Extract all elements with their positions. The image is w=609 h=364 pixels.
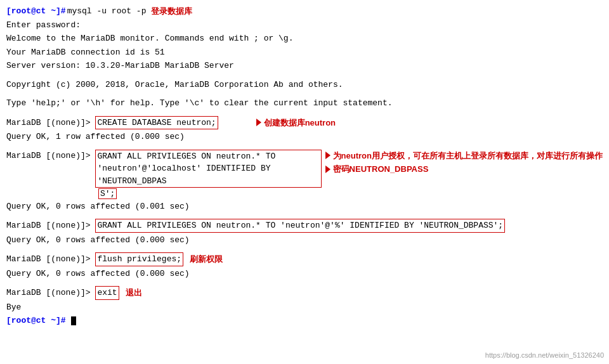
line-server-version: Server version: 10.3.20-MariaDB MariaDB … (6, 60, 603, 72)
annotation-exit: 退出 (126, 287, 142, 299)
line-query-ok-3: Query OK, 0 rows affected (0.000 sec) (6, 234, 603, 247)
cmd-grant-localhost: GRANT ALL PRIVILEGES ON neutron.* TO 'ne… (95, 150, 321, 188)
watermark: https://blog.csdn.net/weixin_51326240 (485, 350, 604, 361)
line-query-ok-1: Query OK, 1 row affected (0.000 sec) (6, 131, 603, 143)
prompt-exit: MariaDB [(none)]> (6, 287, 95, 299)
line-create-db: MariaDB [(none)]> CREATE DATABASE neutro… (6, 116, 603, 130)
line-mysql-login: [root@ct ~]# mysql -u root -p 登录数据库 (6, 5, 603, 18)
line-help: Type 'help;' or '\h' for help. Type '\c'… (6, 97, 603, 110)
line-query-ok-2: Query OK, 0 rows affected (0.001 sec) (6, 200, 603, 213)
cmd-flush: flush privileges; (95, 252, 183, 266)
arrow-grant-1 (325, 152, 331, 159)
line-welcome: Welcome to the MariaDB monitor. Commands… (6, 32, 603, 45)
annotation-grant-1: 为neutron用户授权，可在所有主机上登录所有数据库，对库进行所有操作 (333, 150, 603, 162)
line-flush: MariaDB [(none)]> flush privileges; 刷新权限 (6, 252, 603, 266)
annotation-flush: 刷新权限 (190, 253, 223, 266)
line-grant-localhost: MariaDB [(none)]> GRANT ALL PRIVILEGES O… (6, 150, 603, 200)
line-bye: Bye (6, 301, 603, 314)
line-final-prompt: [root@ct ~]# (6, 315, 603, 327)
cursor (71, 316, 76, 325)
cmd-mysql: mysql -u root -p (67, 5, 147, 18)
prompt-create: MariaDB [(none)]> (6, 117, 95, 129)
cmd-create-db: CREATE DATABASE neutron; (95, 116, 218, 130)
annotation-grant-2: 密码NEUTRON_DBPASS (333, 163, 429, 176)
cmd-exit: exit (95, 286, 119, 300)
line-connection-id: Your MariaDB connection id is 51 (6, 46, 603, 59)
line-enter-password: Enter password: (6, 19, 603, 32)
arrow-create-db (256, 119, 261, 126)
line-grant-all: MariaDB [(none)]> GRANT ALL PRIVILEGES O… (6, 219, 603, 233)
prompt-flush: MariaDB [(none)]> (6, 253, 95, 266)
final-prompt-text: [root@ct ~]# (6, 316, 66, 325)
line-exit: MariaDB [(none)]> exit 退出 (6, 286, 603, 300)
cmd-grant-all: GRANT ALL PRIVILEGES ON neutron.* TO 'ne… (95, 219, 505, 233)
text-enter-password: Enter password: (6, 20, 81, 30)
prompt-1: [root@ct ~]# (6, 5, 66, 18)
line-copyright: Copyright (c) 2000, 2018, Oracle, MariaD… (6, 79, 603, 91)
cmd-grant-localhost-cont: S'; (98, 188, 117, 199)
annotation-create-db: 创建数据库neutron (264, 117, 336, 129)
arrow-grant-2 (325, 166, 331, 173)
prompt-grant-1: MariaDB [(none)]> (6, 150, 95, 162)
prompt-grant-2: MariaDB [(none)]> (6, 219, 95, 232)
terminal: [root@ct ~]# mysql -u root -p 登录数据库 Ente… (0, 0, 609, 364)
annotation-login: 登录数据库 (151, 5, 192, 18)
line-query-ok-4: Query OK, 0 rows affected (0.000 sec) (6, 268, 603, 280)
